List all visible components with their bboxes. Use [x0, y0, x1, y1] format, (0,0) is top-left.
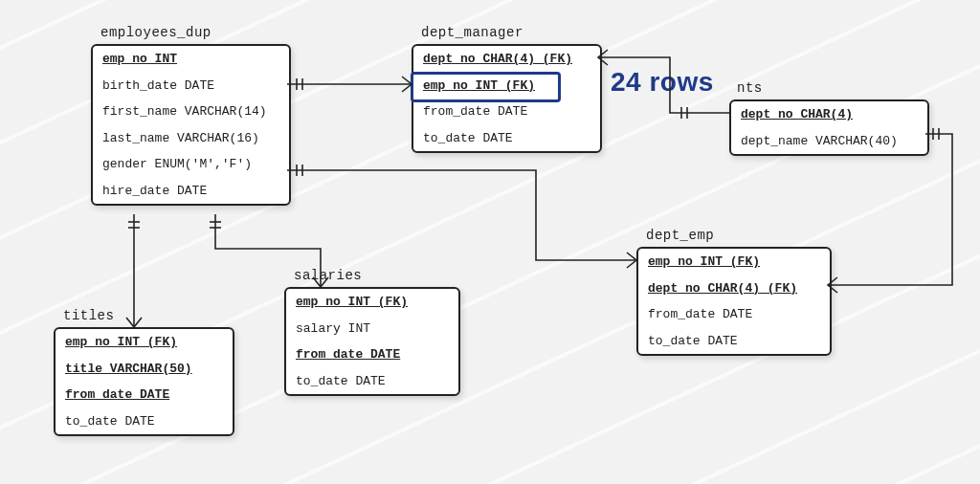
column-row: dept_no CHAR(4) [731, 101, 927, 128]
column-row: to_date DATE [638, 328, 830, 355]
entity-title: dept_emp [646, 228, 714, 243]
column-row: birth_date DATE [93, 73, 289, 99]
column-row: dept_no CHAR(4) (FK) [638, 275, 830, 302]
column-row: last_name VARCHAR(16) [93, 125, 289, 152]
column-row: to_date DATE [413, 125, 600, 152]
column-row: emp_no INT (FK) [413, 73, 600, 99]
column-row: to_date DATE [56, 408, 233, 435]
column-row: hire_date DATE [93, 178, 289, 205]
annotation-row-count: 24 rows [611, 67, 714, 98]
column-row: gender ENUM('M','F') [93, 151, 289, 178]
column-row: emp_no INT (FK) [56, 329, 233, 356]
entity-dept-emp: dept_emp emp_no INT (FK) dept_no CHAR(4)… [636, 247, 832, 356]
column-row: from_date DATE [413, 99, 600, 125]
column-row: dept_name VARCHAR(40) [731, 128, 927, 155]
column-row: salary INT [286, 316, 458, 342]
column-row: title VARCHAR(50) [56, 356, 233, 383]
entity-title: dept_manager [421, 25, 523, 40]
entity-departments: nts dept_no CHAR(4) dept_name VARCHAR(40… [729, 99, 929, 156]
er-diagram-canvas: employees_dup emp_no INT birth_date DATE… [0, 0, 980, 484]
column-row: from_date DATE [286, 341, 458, 368]
column-row: emp_no INT [93, 46, 289, 73]
entity-title: titles [63, 308, 114, 323]
column-row: from_date DATE [56, 382, 233, 408]
entity-employees-dup: employees_dup emp_no INT birth_date DATE… [91, 44, 291, 206]
column-row: emp_no INT (FK) [286, 289, 458, 316]
entity-titles: titles emp_no INT (FK) title VARCHAR(50)… [54, 327, 234, 436]
column-row: to_date DATE [286, 368, 458, 395]
column-row: dept_no CHAR(4) (FK) [413, 46, 600, 73]
entity-title: nts [737, 80, 763, 96]
column-row: from_date DATE [638, 301, 830, 328]
entity-dept-manager: dept_manager dept_no CHAR(4) (FK) emp_no… [412, 44, 602, 153]
column-row: first_name VARCHAR(14) [93, 99, 289, 125]
column-row: emp_no INT (FK) [638, 249, 830, 275]
entity-salaries: salaries emp_no INT (FK) salary INT from… [284, 287, 460, 396]
entity-title: salaries [294, 268, 362, 283]
entity-title: employees_dup [100, 25, 212, 40]
